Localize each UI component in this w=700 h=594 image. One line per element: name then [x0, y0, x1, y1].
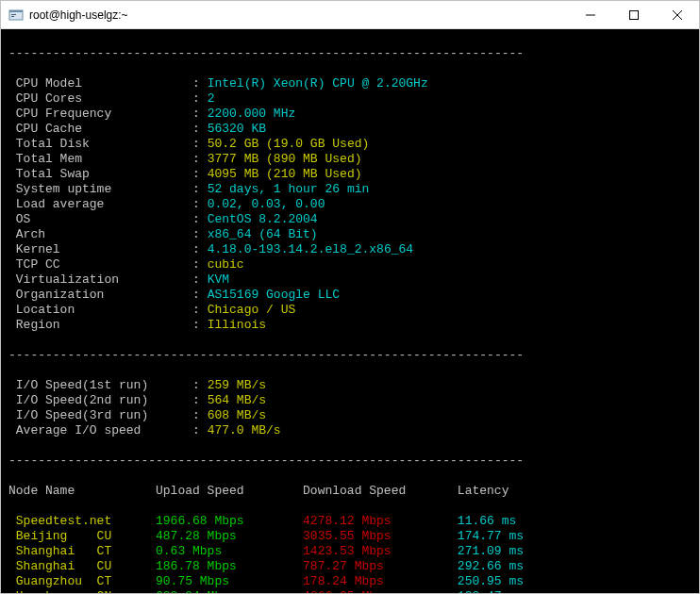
- info-row: Load average : 0.02, 0.03, 0.00: [8, 197, 692, 212]
- info-label: Load average: [8, 197, 192, 211]
- info-row: Total Disk : 50.2 GB (19.0 GB Used): [8, 137, 692, 152]
- info-label: Virtualization: [8, 272, 192, 287]
- terminal-output[interactable]: ----------------------------------------…: [1, 29, 699, 593]
- info-label: System uptime: [8, 182, 192, 196]
- speedtest-row: Beijing CU 487.28 Mbps 3035.55 Mbps 174.…: [8, 529, 692, 544]
- download-speed: 4278.12 Mbps: [303, 514, 458, 529]
- io-label: I/O Speed(1st run): [8, 378, 192, 392]
- info-row: OS : CentOS 8.2.2004: [8, 212, 692, 227]
- close-icon: [673, 10, 682, 20]
- svg-rect-1: [9, 10, 23, 12]
- info-value: 2: [208, 91, 215, 106]
- latency: 292.66 ms: [458, 559, 524, 574]
- info-value: 52 days, 1 hour 26 min: [208, 182, 370, 196]
- info-row: TCP CC : cubic: [8, 257, 692, 272]
- info-value: CentOS 8.2.2004: [208, 212, 318, 226]
- node-name: Speedtest.net: [8, 514, 156, 529]
- upload-speed: 487.28 Mbps: [156, 529, 303, 544]
- speedtest-row: Speedtest.net 1966.68 Mbps 4278.12 Mbps …: [8, 514, 692, 529]
- info-row: Kernel : 4.18.0-193.14.2.el8_2.x86_64: [8, 242, 692, 257]
- speedtest-row: Guangzhou CT 90.75 Mbps 178.24 Mbps 250.…: [8, 574, 692, 589]
- svg-rect-2: [11, 14, 16, 15]
- speedtest-row: Shanghai CT 0.63 Mbps 1423.53 Mbps 271.0…: [8, 544, 692, 559]
- info-label: Region: [8, 318, 192, 332]
- info-label: Location: [8, 303, 192, 317]
- info-label: CPU Model: [8, 76, 192, 91]
- close-button[interactable]: [656, 1, 699, 28]
- io-value: 259 MB/s: [208, 378, 266, 392]
- terminal-window: root@high-uselgz:~ ---------------------…: [0, 0, 700, 594]
- upload-speed: 90.75 Mbps: [156, 574, 303, 589]
- speedtest-row: Shanghai CU 186.78 Mbps 787.27 Mbps 292.…: [8, 559, 692, 574]
- download-speed: 787.27 Mbps: [303, 559, 458, 574]
- download-speed: 1423.53 Mbps: [303, 544, 458, 559]
- info-value: 0.02, 0.03, 0.00: [208, 197, 325, 211]
- info-label: Total Mem: [8, 152, 192, 166]
- io-row: Average I/O speed : 477.0 MB/s: [8, 423, 692, 438]
- speedtest-row: Hongkong CN 622.24 Mbps 4066.95 Mbps 132…: [8, 589, 692, 593]
- speedtest-header: Node NameUpload SpeedDownload SpeedLaten…: [8, 484, 692, 499]
- io-value: 564 MB/s: [208, 393, 266, 407]
- minimize-button[interactable]: [569, 1, 612, 28]
- download-speed: 178.24 Mbps: [303, 574, 458, 589]
- latency: 132.47 ms: [458, 589, 524, 593]
- info-row: Region : Illinois: [8, 318, 692, 333]
- info-label: Organization: [8, 288, 192, 302]
- io-label: I/O Speed(2nd run): [8, 393, 192, 407]
- upload-speed: 622.24 Mbps: [156, 589, 303, 593]
- info-value: 2200.000 MHz: [208, 107, 296, 121]
- maximize-icon: [629, 10, 639, 20]
- info-value: 56320 KB: [208, 122, 266, 136]
- io-row: I/O Speed(3rd run) : 608 MB/s: [8, 408, 692, 423]
- svg-rect-5: [630, 10, 639, 19]
- window-controls: [569, 1, 699, 28]
- svg-rect-3: [11, 16, 14, 17]
- info-row: CPU Cache : 56320 KB: [8, 122, 692, 137]
- info-value: KVM: [208, 272, 229, 287]
- info-label: TCP CC: [8, 257, 192, 272]
- info-value: AS15169 Google LLC: [208, 288, 340, 302]
- info-label: Total Swap: [8, 167, 192, 181]
- info-row: CPU Frequency : 2200.000 MHz: [8, 107, 692, 122]
- info-label: CPU Cores: [8, 91, 192, 106]
- info-value: 4095 MB (210 MB Used): [208, 167, 362, 181]
- info-row: Organization : AS15169 Google LLC: [8, 288, 692, 303]
- io-label: Average I/O speed: [8, 423, 192, 437]
- info-row: System uptime : 52 days, 1 hour 26 min: [8, 182, 692, 197]
- info-label: CPU Frequency: [8, 107, 192, 121]
- divider: ----------------------------------------…: [8, 348, 692, 363]
- upload-speed: 186.78 Mbps: [156, 559, 303, 574]
- info-row: Location : Chicago / US: [8, 303, 692, 318]
- io-label: I/O Speed(3rd run): [8, 408, 192, 422]
- info-value: Illinois: [208, 318, 266, 332]
- io-row: I/O Speed(1st run) : 259 MB/s: [8, 378, 692, 393]
- info-value: Chicago / US: [208, 303, 296, 317]
- info-value: 50.2 GB (19.0 GB Used): [208, 137, 370, 151]
- upload-speed: 0.63 Mbps: [156, 544, 303, 559]
- maximize-button[interactable]: [612, 1, 656, 28]
- node-name: Shanghai CU: [8, 559, 156, 574]
- upload-speed: 1966.68 Mbps: [156, 514, 303, 529]
- latency: 250.95 ms: [458, 574, 524, 589]
- info-value: Intel(R) Xeon(R) CPU @ 2.20GHz: [208, 76, 428, 91]
- titlebar[interactable]: root@high-uselgz:~: [1, 1, 699, 29]
- divider: ----------------------------------------…: [8, 454, 692, 469]
- window-title: root@high-uselgz:~: [29, 8, 569, 22]
- info-label: CPU Cache: [8, 122, 192, 136]
- info-value: 4.18.0-193.14.2.el8_2.x86_64: [208, 242, 413, 256]
- info-value: 3777 MB (890 MB Used): [208, 152, 362, 166]
- info-label: Arch: [8, 227, 192, 241]
- divider: ----------------------------------------…: [8, 46, 692, 61]
- app-icon: [8, 8, 24, 23]
- info-row: Total Swap : 4095 MB (210 MB Used): [8, 167, 692, 182]
- download-speed: 3035.55 Mbps: [303, 529, 458, 544]
- node-name: Beijing CU: [8, 529, 156, 544]
- node-name: Guangzhou CT: [8, 574, 156, 589]
- latency: 271.09 ms: [458, 544, 524, 559]
- latency: 174.77 ms: [458, 529, 524, 544]
- io-value: 477.0 MB/s: [208, 423, 281, 437]
- node-name: Shanghai CT: [8, 544, 156, 559]
- info-row: Virtualization : KVM: [8, 272, 692, 288]
- info-value: cubic: [208, 257, 244, 272]
- info-value: x86_64 (64 Bit): [208, 227, 318, 241]
